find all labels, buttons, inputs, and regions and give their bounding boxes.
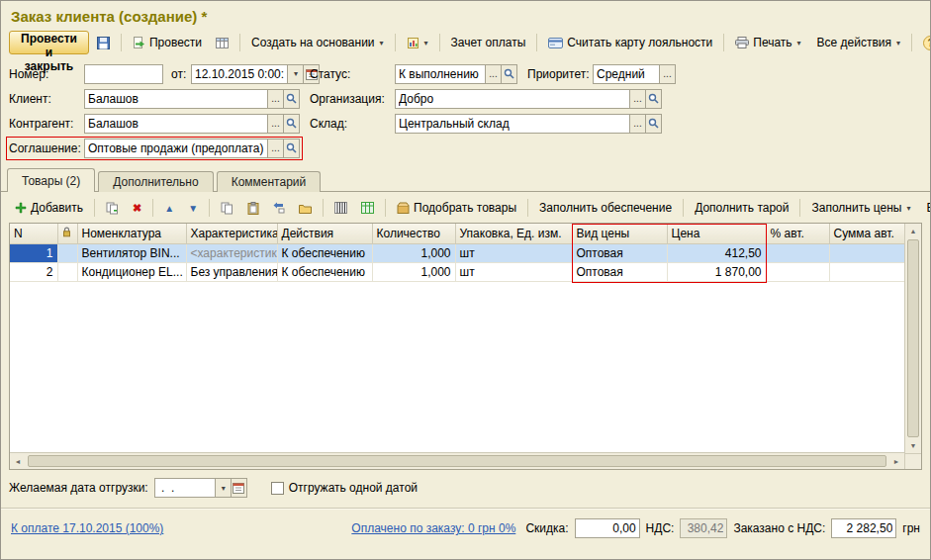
cell-quantity[interactable]: 1,000 xyxy=(372,262,455,281)
col-header-auto-sum[interactable]: Сумма авт. xyxy=(829,224,904,243)
loyalty-card-button[interactable]: Считать карту лояльности xyxy=(542,32,718,53)
col-header-lock[interactable] xyxy=(57,224,77,243)
table-horizontal-scrollbar[interactable]: ◄ ► xyxy=(10,452,904,469)
cell-price-type[interactable]: Оптовая xyxy=(572,243,667,262)
col-header-price[interactable]: Цена xyxy=(667,224,766,243)
col-header-price-type[interactable]: Вид цены xyxy=(572,224,667,243)
add-tare-button[interactable]: Дополнить тарой xyxy=(689,197,794,219)
checkbox-box[interactable] xyxy=(271,482,284,495)
col-header-n[interactable]: N xyxy=(10,224,57,243)
cell-auto-percent[interactable] xyxy=(766,262,829,281)
date-input[interactable] xyxy=(191,64,288,84)
status-search-button[interactable] xyxy=(502,64,517,84)
counterparty-input[interactable] xyxy=(84,114,268,134)
create-based-on-button[interactable]: Создать на основании ▾ xyxy=(245,32,390,53)
all-actions-button[interactable]: Все действия ▾ xyxy=(811,32,906,53)
shipping-calendar-button[interactable] xyxy=(232,478,247,498)
paid-link[interactable]: Оплачено по заказу: 0 грн 0% xyxy=(351,521,515,535)
goods-table-row-1[interactable]: 1 Вентилятор BIN... <характеристик... К … xyxy=(10,243,904,262)
vscroll-thumb[interactable] xyxy=(907,239,919,437)
save-button[interactable] xyxy=(91,32,116,53)
status-select-button[interactable]: ... xyxy=(486,64,502,84)
pick-goods-button[interactable]: Подобрать товары xyxy=(391,197,522,219)
fill-prices-button[interactable]: Заполнить цены ▾ xyxy=(805,197,916,219)
client-search-button[interactable] xyxy=(284,89,300,109)
cell-lock[interactable] xyxy=(57,243,77,262)
warehouse-search-button[interactable] xyxy=(646,114,662,134)
cell-lock[interactable] xyxy=(57,262,77,281)
table-vertical-scrollbar[interactable]: ▲ ▼ xyxy=(904,224,921,469)
move-down-button[interactable]: ▼ xyxy=(182,197,204,219)
date-dropdown-button[interactable]: ▾ xyxy=(288,64,304,84)
cell-unit[interactable]: шт xyxy=(455,262,572,281)
single-date-checkbox[interactable]: Отгружать одной датой xyxy=(271,481,418,495)
organization-input[interactable] xyxy=(395,89,630,109)
spreadsheet-button[interactable] xyxy=(355,197,380,219)
tab-goods[interactable]: Товары (2) xyxy=(7,168,95,192)
help-button[interactable]: ? xyxy=(917,32,931,53)
share-button[interactable] xyxy=(267,197,291,219)
delete-row-button[interactable]: ✖ xyxy=(127,197,147,219)
scroll-right-button[interactable]: ► xyxy=(888,453,904,469)
copy-button[interactable] xyxy=(215,197,239,219)
vscroll-track[interactable] xyxy=(905,238,921,438)
movements-button[interactable] xyxy=(210,32,234,53)
scroll-down-button[interactable]: ▼ xyxy=(905,438,921,453)
cell-price[interactable]: 1 870,00 xyxy=(667,262,766,281)
cell-auto-percent[interactable] xyxy=(766,243,829,262)
organization-select-button[interactable]: ... xyxy=(630,89,646,109)
counterparty-search-button[interactable] xyxy=(284,114,300,134)
organization-search-button[interactable] xyxy=(646,89,662,109)
cell-nomenclature[interactable]: Вентилятор BIN... xyxy=(77,243,186,262)
cell-auto-sum[interactable] xyxy=(829,262,904,281)
post-and-close-button[interactable]: Провести и закрыть xyxy=(9,31,89,54)
cell-price-type[interactable]: Оптовая xyxy=(572,262,667,281)
cell-action[interactable]: К обеспечению xyxy=(277,262,372,281)
col-header-nomenclature[interactable]: Номенклатура xyxy=(77,224,186,243)
add-row-button[interactable]: Добавить xyxy=(9,197,89,219)
cell-unit[interactable]: шт xyxy=(455,243,572,262)
discount-input[interactable] xyxy=(575,518,640,538)
cell-price[interactable]: 412,50 xyxy=(667,243,766,262)
col-header-auto-percent[interactable]: % авт. xyxy=(766,224,829,243)
goods-all-actions-button[interactable]: Все действия ▾ xyxy=(920,197,931,219)
payment-due-link[interactable]: К оплате 17.10.2015 (100%) xyxy=(11,521,163,535)
priority-input[interactable] xyxy=(593,64,660,84)
cell-characteristic[interactable]: <характеристик... xyxy=(186,243,277,262)
agreement-select-button[interactable]: ... xyxy=(268,139,284,158)
total-input[interactable] xyxy=(831,518,896,538)
client-input[interactable] xyxy=(84,89,268,109)
barcode-scan-button[interactable] xyxy=(328,197,353,219)
warehouse-select-button[interactable]: ... xyxy=(630,114,646,134)
number-input[interactable] xyxy=(84,64,163,84)
tab-additional[interactable]: Дополнительно xyxy=(98,171,213,192)
cell-auto-sum[interactable] xyxy=(829,243,904,262)
tab-comment[interactable]: Комментарий xyxy=(217,171,322,192)
shipping-date-input[interactable] xyxy=(154,478,216,498)
cell-nomenclature[interactable]: Кондиционер EL... xyxy=(77,262,186,281)
paste-button[interactable] xyxy=(241,197,265,219)
scroll-up-button[interactable]: ▲ xyxy=(905,224,921,238)
agreement-input[interactable] xyxy=(84,139,268,158)
reports-button[interactable]: ▾ xyxy=(401,32,434,53)
move-up-button[interactable]: ▲ xyxy=(158,197,180,219)
client-select-button[interactable]: ... xyxy=(268,89,284,109)
agreement-search-button[interactable] xyxy=(284,139,300,158)
counterparty-select-button[interactable]: ... xyxy=(268,114,284,134)
print-button[interactable]: Печать ▾ xyxy=(729,32,806,53)
goods-table-row-2[interactable]: 2 Кондиционер EL... Без управления К обе… xyxy=(10,262,904,281)
col-header-quantity[interactable]: Количество xyxy=(372,224,455,243)
col-header-characteristic[interactable]: Характеристика xyxy=(186,224,277,243)
status-input[interactable] xyxy=(395,64,486,84)
col-header-action[interactable]: Действия xyxy=(277,224,372,243)
cell-characteristic[interactable]: Без управления xyxy=(186,262,277,281)
payment-offset-button[interactable]: Зачет оплаты xyxy=(445,32,532,53)
col-header-unit[interactable]: Упаковка, Ед. изм. xyxy=(455,224,572,243)
hscroll-thumb[interactable] xyxy=(28,455,886,467)
folder-button[interactable] xyxy=(293,197,318,219)
post-button[interactable]: Провести xyxy=(127,32,208,53)
cell-action[interactable]: К обеспечению xyxy=(277,243,372,262)
cell-n[interactable]: 1 xyxy=(10,243,57,262)
cell-n[interactable]: 2 xyxy=(10,262,57,281)
fill-provision-button[interactable]: Заполнить обеспечение xyxy=(533,197,678,219)
